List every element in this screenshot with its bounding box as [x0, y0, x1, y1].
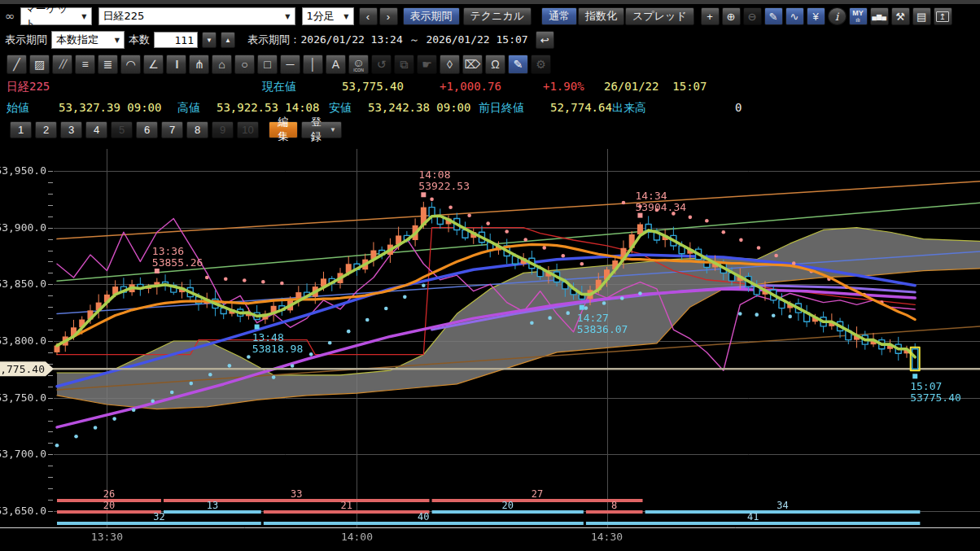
last-price-value: 53,775.40	[342, 80, 404, 93]
range-value: 2026/01/22 13:24 ～ 2026/01/22 15:07	[301, 33, 528, 47]
last-price-label: 現在値	[262, 80, 296, 94]
next-button[interactable]: ›	[379, 7, 398, 25]
chevron-down-icon: ▼	[115, 37, 120, 44]
low-label: 安値	[329, 101, 352, 116]
gann-fan-tool[interactable]: ⋔	[189, 55, 209, 74]
pct-change-value: +1.90%	[543, 80, 584, 93]
reset-period-button[interactable]: ↩	[536, 31, 554, 49]
volume-label: 出来高	[612, 101, 646, 116]
trendline-tool[interactable]: ╱	[7, 55, 27, 74]
preset-button-6[interactable]: 6	[136, 121, 158, 138]
period-label: 表示期間	[5, 33, 47, 47]
chevron-down-icon: ▼	[81, 13, 86, 20]
count-input[interactable]	[154, 32, 198, 48]
normal-mode-button[interactable]: 通常	[541, 7, 577, 25]
fibo-retracement-tool[interactable]: ≡	[75, 55, 95, 74]
yen-icon[interactable]: ¥	[807, 7, 825, 25]
high-label: 高値	[177, 101, 200, 116]
hand-tool[interactable]: ☛	[417, 55, 437, 74]
fibo-timezone-tool[interactable]: |||	[166, 55, 186, 74]
symbol-select-value: 日経225	[103, 9, 145, 24]
prev-button[interactable]: ‹	[359, 7, 378, 25]
eraser-tool[interactable]: ◊	[440, 55, 460, 74]
preset-button-7[interactable]: 7	[161, 121, 183, 138]
preset-button-9[interactable]: 9	[212, 121, 234, 138]
spread-mode-button[interactable]: スプレッド	[625, 7, 694, 25]
link-icon[interactable]: ∞	[5, 9, 15, 24]
market-select[interactable]: マーケット▼	[20, 7, 92, 25]
chevron-down-icon: ▼	[285, 13, 290, 20]
text-tool[interactable]: A	[326, 55, 346, 74]
prev-close-value: 52,774.64	[550, 101, 612, 114]
export-icon[interactable]: ↥	[934, 7, 952, 25]
fibo-arc-tool[interactable]: ◠	[120, 55, 141, 74]
wrench-icon[interactable]: ⚒	[891, 7, 910, 25]
trend-cursor-icon[interactable]: ∿	[785, 7, 804, 25]
prev-close-label: 前日終値	[479, 101, 524, 116]
period-mode-value: 本数指定	[56, 33, 98, 47]
volume-value: 0	[735, 101, 742, 114]
magnet-tool[interactable]: Ω	[485, 55, 505, 74]
net-change-value: +1,000.76	[440, 80, 501, 93]
indexed-mode-button[interactable]: 指数化	[578, 7, 624, 25]
open-label: 始値	[7, 101, 29, 116]
lock-draw-tool[interactable]: ✎	[508, 55, 528, 74]
parallel-lines-tool[interactable]: ╱╱	[52, 55, 72, 74]
open-value: 53,327.39 09:00	[59, 101, 161, 114]
interval-select-value: 1分足	[307, 9, 335, 24]
chevron-down-icon: ▼	[343, 13, 348, 20]
count-decrement-button[interactable]: ▼	[202, 32, 217, 48]
quote-datetime: 26/01/22 15:07	[604, 80, 707, 93]
quote-row-secondary: 始値53,327.39 09:00高値53,922.53 14:08安値53,2…	[0, 98, 980, 116]
rectangle-tool[interactable]: □	[257, 55, 278, 74]
symbol-select[interactable]: 日経225▼	[98, 7, 295, 25]
draw-pencil-icon[interactable]: ✎	[764, 7, 783, 25]
period-mode-select[interactable]: 本数指定 ▼	[51, 31, 125, 49]
preset-button-4[interactable]: 4	[85, 121, 107, 138]
vertical-line-tool[interactable]: │	[303, 55, 323, 74]
zoom-out-icon[interactable]: ⊖	[743, 7, 762, 25]
horizontal-line-tool[interactable]: ─	[280, 55, 300, 74]
market-select-value: マーケット	[25, 2, 77, 31]
period-toolbar: 表示期間 本数指定 ▼ 本数 ▼ ▲ 表示期間 : 2026/01/22 13:…	[0, 28, 980, 51]
time-cycle-tool[interactable]: ↺	[371, 55, 392, 74]
edit-presets-button[interactable]: 編集	[269, 121, 298, 138]
main-toolbar: ∞ マーケット▼日経225▼1分足▼ ‹› 表示期間テクニカル 通常指数化スプレ…	[0, 4, 980, 28]
preset-button-1[interactable]: 1	[10, 121, 32, 138]
zoom-in-icon[interactable]: ⊕	[722, 7, 741, 25]
fibo-lines-tool[interactable]: ≣	[98, 55, 118, 74]
preset-button-2[interactable]: 2	[35, 121, 57, 138]
fibo-fan-tool[interactable]: ∠	[143, 55, 164, 74]
area-chart-icon[interactable]: ▄▆▄	[870, 7, 889, 25]
preset-button-5[interactable]: 5	[111, 121, 133, 138]
chart-app-window: ∞ マーケット▼日経225▼1分足▼ ‹› 表示期間テクニカル 通常指数化スプレ…	[0, 0, 980, 551]
display-period-button[interactable]: 表示期間	[403, 7, 460, 25]
symbol-title: 日経225	[7, 80, 50, 94]
my-chart-icon[interactable]: MYılı	[849, 7, 868, 25]
ellipse-tool[interactable]: ○	[234, 55, 255, 74]
count-increment-button[interactable]: ▲	[221, 32, 235, 48]
high-value: 53,922.53 14:08	[217, 101, 319, 114]
preset-toolbar: 12345678910編集登録▼	[0, 116, 980, 142]
crosshair-icon[interactable]: +	[701, 7, 720, 25]
interval-select[interactable]: 1分足▼	[302, 7, 354, 25]
range-label: 表示期間 :	[247, 33, 297, 47]
price-chart-canvas[interactable]	[0, 149, 980, 551]
preset-button-3[interactable]: 3	[60, 121, 82, 138]
eraser-all-tool[interactable]: ⌦	[462, 55, 483, 74]
low-value: 53,242.38 09:00	[368, 101, 470, 114]
measured-line-tool[interactable]: ▨	[29, 55, 50, 74]
register-button[interactable]: 登録▼	[301, 121, 342, 138]
pentagon-tool[interactable]: ⌂	[212, 55, 232, 74]
quote-row-primary: 日経225現在値53,775.40+1,000.76+1.90%26/01/22…	[0, 77, 980, 98]
count-label: 本数	[129, 33, 150, 47]
preset-button-8[interactable]: 8	[186, 121, 208, 138]
print-icon[interactable]: ▤	[912, 7, 931, 25]
drawing-toolbar: ╱▨╱╱≡≣◠∠|||⋔⌂○□─│A☺ICON↺⧉☛◊⌦Ω✎⚙	[0, 51, 980, 77]
copy-drawing-tool[interactable]: ⧉	[394, 55, 414, 74]
preset-button-10[interactable]: 10	[237, 121, 259, 138]
technical-button[interactable]: テクニカル	[463, 7, 532, 25]
info-icon[interactable]: i	[828, 7, 847, 25]
draw-settings-tool[interactable]: ⚙	[531, 55, 551, 74]
icon-stamp-tool[interactable]: ☺ICON	[348, 55, 369, 74]
